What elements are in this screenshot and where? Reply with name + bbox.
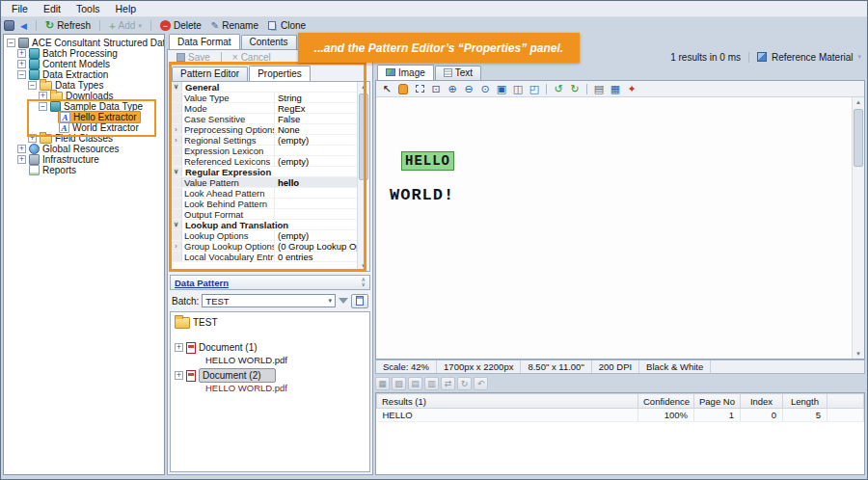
column-index[interactable]: Index xyxy=(741,394,783,409)
extraction-highlight[interactable]: HELLO xyxy=(401,151,454,171)
menu-file[interactable]: File xyxy=(4,1,36,16)
export-icon[interactable]: ▦ xyxy=(608,82,623,96)
property-row-value-pattern[interactable]: Value Pattern hello xyxy=(171,177,357,188)
collapse-icon[interactable]: − xyxy=(28,81,37,90)
expand-icon[interactable]: + xyxy=(17,155,26,164)
properties-scrollbar[interactable]: ▲ ▼ xyxy=(357,82,369,271)
tree-item-reports[interactable]: Reports xyxy=(4,165,164,175)
property-value[interactable]: (empty) xyxy=(275,135,357,146)
property-row-lookup-options[interactable]: Lookup Options (empty) xyxy=(171,230,357,241)
zoom-region-icon[interactable]: ⊡ xyxy=(428,82,444,96)
result-row[interactable]: HELLO 100% 1 0 5 xyxy=(377,409,864,422)
expand-icon[interactable]: + xyxy=(39,92,47,100)
rotate-page-icon[interactable]: ↻ xyxy=(457,377,472,390)
property-row-case-sensitive[interactable]: Case Sensitive False xyxy=(171,114,357,124)
property-row-mode[interactable]: Mode RegEx xyxy=(171,103,357,114)
menu-edit[interactable]: Edit xyxy=(36,1,68,16)
print-icon[interactable]: ▤ xyxy=(591,82,607,96)
zoom-out-icon[interactable]: ⊖ xyxy=(461,82,476,96)
property-row-value-type[interactable]: Value Type String xyxy=(171,93,357,103)
scrollbar-thumb[interactable] xyxy=(854,109,863,167)
tree-item-downloads[interactable]: + Downloads xyxy=(4,91,164,101)
document-item-1[interactable]: + Document (1) xyxy=(175,340,369,355)
tree-item-root[interactable]: − ACE Consultant Structured Data xyxy=(4,38,164,48)
property-row-referenced-lexicons[interactable]: Referenced Lexicons (empty) xyxy=(171,156,357,167)
document-item-2[interactable]: + Document (2) xyxy=(175,368,369,383)
collapse-icon[interactable]: − xyxy=(39,102,47,111)
vertical-scrollbar[interactable]: ▲ ▼ xyxy=(852,97,864,359)
cancel-button[interactable]: × Cancel xyxy=(229,50,275,65)
property-value[interactable]: False xyxy=(275,114,357,124)
expand-icon[interactable]: + xyxy=(175,371,183,380)
add-button[interactable]: + Add ▾ xyxy=(105,18,146,33)
zoom-in-icon[interactable]: ⊕ xyxy=(445,82,460,96)
property-row-group-lookup-options[interactable]: › Group Lookup Options (0 Group Lookup O… xyxy=(171,241,357,252)
expand-icon[interactable]: › xyxy=(171,241,182,251)
fit-height-icon[interactable]: ◰ xyxy=(527,82,542,96)
property-value[interactable]: 0 entries xyxy=(275,252,357,262)
tree-item-infrastructure[interactable]: + Infrastructure xyxy=(4,154,164,165)
expand-icon[interactable]: + xyxy=(17,60,26,68)
zoom-actual-icon[interactable]: ⊙ xyxy=(477,82,493,96)
reference-material-label[interactable]: Reference Material xyxy=(772,52,853,63)
column-length[interactable]: Length xyxy=(783,394,827,409)
tree-item-content-models[interactable]: + Content Models xyxy=(4,59,164,69)
property-value[interactable]: (empty) xyxy=(275,230,357,241)
tab-properties[interactable]: Properties xyxy=(249,66,311,81)
tab-contents[interactable]: Contents xyxy=(241,35,297,49)
property-group-lookup-and-translation[interactable]: ∨ Lookup and Translation xyxy=(171,220,357,230)
rotate-ccw-icon[interactable]: ↺ xyxy=(551,82,566,96)
data-pattern-label[interactable]: Data Pattern xyxy=(175,278,229,288)
rotate-cw-icon[interactable]: ↻ xyxy=(567,82,583,96)
collapse-icon[interactable]: − xyxy=(17,70,26,79)
property-row-output-format[interactable]: Output Format xyxy=(171,209,357,220)
filter-icon[interactable] xyxy=(339,298,348,304)
select-region-icon[interactable] xyxy=(412,82,427,96)
column-results[interactable]: Results (1) xyxy=(377,394,638,409)
nav-menu-icon[interactable] xyxy=(4,20,14,31)
back-button[interactable]: ◀ xyxy=(16,18,31,33)
batch-select[interactable]: TEST ▾ xyxy=(202,294,336,307)
expand-icon[interactable]: + xyxy=(17,49,26,58)
scroll-down-icon[interactable]: ▼ xyxy=(358,261,369,271)
document-canvas[interactable]: HELLO WORLD! xyxy=(376,97,852,359)
expand-icon[interactable]: + xyxy=(17,145,26,153)
scroll-down-icon[interactable]: ▼ xyxy=(853,349,864,359)
image-settings-icon[interactable]: ✦ xyxy=(624,82,639,96)
fit-page-icon[interactable]: ▣ xyxy=(494,82,509,96)
collapse-icon[interactable]: ∨ xyxy=(171,82,182,92)
expand-icon[interactable]: + xyxy=(28,134,37,143)
collapse-icon[interactable]: ∨ xyxy=(171,167,182,176)
property-group-regular-expression[interactable]: ∨ Regular Expression xyxy=(171,167,357,177)
property-row-look-behind-pattern[interactable]: Look Behind Pattern xyxy=(171,199,357,209)
property-value[interactable]: None xyxy=(275,124,357,135)
property-row-look-ahead-pattern[interactable]: Look Ahead Pattern xyxy=(171,188,357,199)
tree-item-world-extractor[interactable]: A World Extractor xyxy=(4,122,164,133)
property-value[interactable]: hello xyxy=(275,177,357,188)
tab-pattern-editor[interactable]: Pattern Editor xyxy=(172,67,248,81)
save-button[interactable]: Save xyxy=(173,50,214,65)
property-row-expression-lexicon[interactable]: Expression Lexicon xyxy=(171,146,357,156)
menu-tools[interactable]: Tools xyxy=(68,1,108,16)
expand-icon[interactable]: › xyxy=(171,124,182,134)
pan-hand-icon[interactable] xyxy=(395,82,411,96)
expand-panel-icon[interactable]: ∧ ∨ xyxy=(362,278,366,287)
zone-select-icon[interactable]: ▧ xyxy=(392,377,406,390)
property-value[interactable]: (0 Group Lookup Options ob xyxy=(275,241,357,252)
thumbnails-icon[interactable]: ▦ xyxy=(375,377,390,390)
property-value[interactable]: (empty) xyxy=(275,156,357,167)
tab-text[interactable]: Text xyxy=(435,66,481,80)
property-value[interactable]: String xyxy=(275,93,357,103)
tree-item-data-types[interactable]: − Data Types xyxy=(4,80,164,91)
tree-item-batch-processing[interactable]: + Batch Processing xyxy=(4,48,164,59)
scroll-up-icon[interactable]: ▲ xyxy=(358,82,369,92)
collapse-icon[interactable]: − xyxy=(7,39,15,47)
menu-help[interactable]: Help xyxy=(108,1,145,16)
tree-item-data-extraction[interactable]: − Data Extraction xyxy=(4,69,164,80)
expand-icon[interactable]: › xyxy=(171,135,182,145)
fit-width-icon[interactable]: ◫ xyxy=(510,82,526,96)
swap-view-icon[interactable]: ⇄ xyxy=(441,377,455,390)
open-batch-button[interactable] xyxy=(351,294,368,308)
property-row-regional-settings[interactable]: › Regional Settings (empty) xyxy=(171,135,357,146)
pointer-icon[interactable]: ↖ xyxy=(379,82,394,96)
